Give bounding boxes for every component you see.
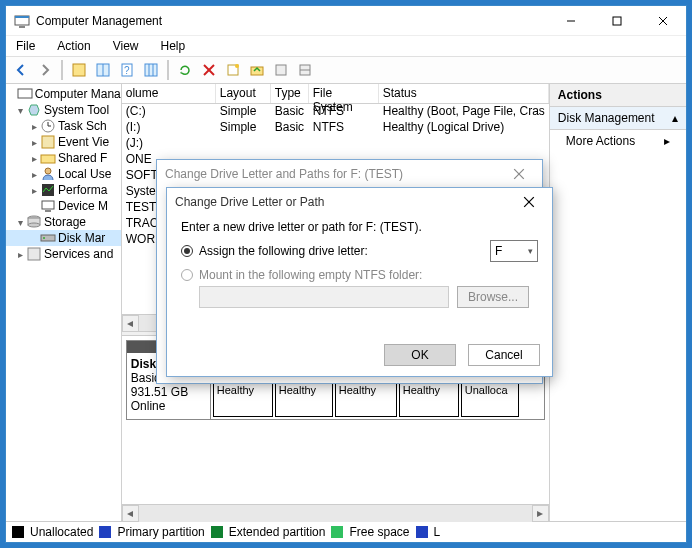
back-button[interactable] (10, 59, 32, 81)
close-icon[interactable] (504, 160, 534, 188)
mount-folder-input (199, 286, 449, 308)
svg-rect-27 (42, 136, 54, 148)
actions-more[interactable]: More Actions ▸ (550, 130, 686, 152)
folder-up-icon[interactable] (246, 59, 268, 81)
col-layout[interactable]: Layout (216, 84, 271, 103)
radio-mount-folder[interactable] (181, 269, 193, 281)
tree-root[interactable]: Computer Mana (6, 86, 121, 102)
col-filesystem[interactable]: File System (309, 84, 379, 103)
collapse-icon[interactable]: ▴ (672, 111, 678, 125)
menu-help[interactable]: Help (157, 37, 190, 55)
forward-button[interactable] (34, 59, 56, 81)
tree-services[interactable]: ▸Services and (6, 246, 121, 262)
toolbar: ? (6, 56, 686, 84)
menu-view[interactable]: View (109, 37, 143, 55)
svg-point-18 (235, 64, 239, 68)
dialog2-prompt: Enter a new drive letter or path for F: … (181, 220, 538, 234)
volumes-header: olume Layout Type File System Status (122, 84, 549, 104)
refresh-icon[interactable] (174, 59, 196, 81)
legend-swatch (416, 526, 428, 538)
dialog1-title: Change Drive Letter and Paths for F: (TE… (165, 167, 504, 181)
col-status[interactable]: Status (379, 84, 549, 103)
app-icon (14, 13, 30, 29)
disk-status: Online (131, 399, 166, 413)
menu-file[interactable]: File (12, 37, 39, 55)
legend-swatch (211, 526, 223, 538)
actions-header: Actions (550, 84, 686, 107)
table-row: (J:) (122, 136, 549, 152)
drive-letter-dropdown[interactable]: F ▾ (490, 240, 538, 262)
legend-swatch (331, 526, 343, 538)
actions-panel: Actions Disk Management ▴ More Actions ▸ (549, 84, 686, 521)
separator (167, 60, 169, 80)
dialog-change-drive-letter: Change Drive Letter or Path Enter a new … (166, 187, 553, 377)
tree-system-tools[interactable]: ▾System Tool (6, 102, 121, 118)
new-icon[interactable] (222, 59, 244, 81)
col-type[interactable]: Type (271, 84, 309, 103)
columns-icon[interactable] (140, 59, 162, 81)
label-mount-folder: Mount in the following empty NTFS folder… (199, 268, 422, 282)
settings-icon[interactable] (270, 59, 292, 81)
scroll-right-icon[interactable]: ▸ (532, 505, 549, 522)
navigation-tree[interactable]: Computer Mana ▾System Tool ▸Task Sch ▸Ev… (6, 84, 122, 521)
delete-icon[interactable] (198, 59, 220, 81)
svg-rect-1 (15, 16, 29, 18)
svg-point-29 (45, 168, 51, 174)
minimize-button[interactable] (548, 6, 594, 36)
maximize-button[interactable] (594, 6, 640, 36)
legend-swatch (12, 526, 24, 538)
table-row: (I:)SimpleBasicNTFSHealthy (Logical Driv… (122, 120, 549, 136)
cancel-button[interactable]: Cancel (468, 344, 540, 366)
scroll-left-icon[interactable]: ◂ (122, 315, 139, 332)
tree-task-scheduler[interactable]: ▸Task Sch (6, 118, 121, 134)
col-volume[interactable]: olume (122, 84, 216, 103)
dialog2-title: Change Drive Letter or Path (175, 195, 514, 209)
tree-disk-management[interactable]: Disk Mar (6, 230, 121, 246)
menu-action[interactable]: Action (53, 37, 94, 55)
window-title: Computer Management (36, 14, 548, 28)
separator (61, 60, 63, 80)
legend: Unallocated Primary partition Extended p… (6, 521, 686, 541)
svg-rect-12 (145, 64, 157, 76)
properties-icon[interactable] (68, 59, 90, 81)
svg-point-35 (28, 223, 40, 227)
scroll-left-icon[interactable]: ◂ (122, 505, 139, 522)
panes-icon[interactable] (92, 59, 114, 81)
close-icon[interactable] (514, 188, 544, 216)
svg-point-37 (43, 237, 45, 239)
svg-rect-28 (41, 155, 55, 163)
svg-rect-23 (18, 89, 32, 98)
svg-rect-7 (73, 64, 85, 76)
svg-rect-20 (276, 65, 286, 75)
svg-rect-4 (613, 17, 621, 25)
label-assign-letter: Assign the following drive letter: (199, 244, 368, 258)
menubar: File Action View Help (6, 36, 686, 56)
tree-event-viewer[interactable]: ▸Event Vie (6, 134, 121, 150)
hscrollbar-lower[interactable]: ◂ ▸ (122, 504, 549, 521)
titlebar: Computer Management (6, 6, 686, 36)
radio-assign-letter[interactable] (181, 245, 193, 257)
table-row: (C:)SimpleBasicNTFSHealthy (Boot, Page F… (122, 104, 549, 120)
ok-button[interactable]: OK (384, 344, 456, 366)
legend-swatch (99, 526, 111, 538)
tree-performance[interactable]: ▸Performa (6, 182, 121, 198)
computer-management-window: Computer Management File Action View Hel… (5, 5, 687, 543)
tree-storage[interactable]: ▾Storage (6, 214, 121, 230)
actions-group[interactable]: Disk Management ▴ (550, 107, 686, 130)
svg-rect-31 (42, 201, 54, 209)
chevron-right-icon: ▸ (664, 134, 670, 148)
close-button[interactable] (640, 6, 686, 36)
svg-text:?: ? (124, 65, 130, 76)
svg-rect-2 (19, 26, 25, 28)
list-icon[interactable] (294, 59, 316, 81)
tree-shared-folders[interactable]: ▸Shared F (6, 150, 121, 166)
help-icon[interactable]: ? (116, 59, 138, 81)
tree-device-manager[interactable]: Device M (6, 198, 121, 214)
svg-rect-32 (45, 210, 51, 212)
tree-local-users[interactable]: ▸Local Use (6, 166, 121, 182)
svg-rect-38 (28, 248, 40, 260)
disk-size: 931.51 GB (131, 385, 188, 399)
browse-button: Browse... (457, 286, 529, 308)
chevron-down-icon: ▾ (528, 246, 533, 256)
